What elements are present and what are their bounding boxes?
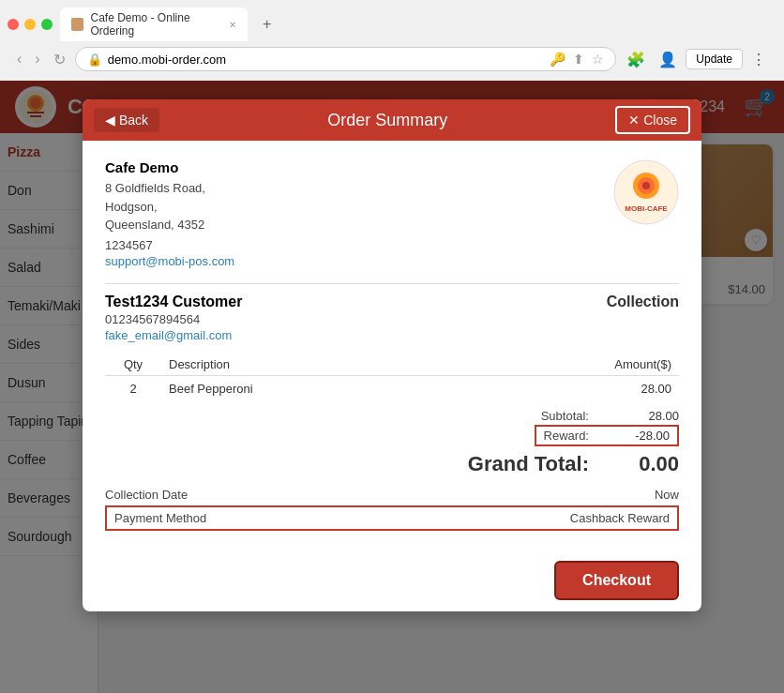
payment-method-label: Payment Method [114, 511, 206, 525]
checkout-button[interactable]: Checkout [554, 561, 679, 600]
traffic-lights [8, 19, 53, 30]
back-nav-button[interactable]: ‹ [13, 49, 25, 69]
payment-method-row: Payment Method Cashback Reward [105, 505, 679, 531]
url-input[interactable] [108, 53, 545, 67]
browser-actions: 🧩 👤 Update ⋮ [622, 48, 771, 71]
grand-total-label: Grand Total: [468, 452, 604, 476]
svg-point-8 [642, 182, 650, 189]
traffic-light-yellow[interactable] [24, 19, 36, 30]
totals-section: Subtotal: 28.00 Reward: -28.00 Grand Tot… [105, 409, 679, 476]
browser-chrome: Cafe Demo - Online Ordering ✕ + ‹ › ↻ 🔒 … [0, 0, 784, 81]
collection-date-row: Collection Date Now [105, 488, 679, 502]
reload-button[interactable]: ↻ [50, 49, 69, 70]
update-button[interactable]: Update [686, 49, 743, 69]
subtotal-label: Subtotal: [529, 409, 604, 423]
order-summary-modal: ◀ Back Order Summary ✕ Close Cafe Demo 8… [83, 99, 701, 611]
share-icon: ⬆ [573, 52, 584, 67]
tab-favicon [71, 18, 83, 31]
traffic-light-green[interactable] [41, 19, 53, 30]
new-tab-button[interactable]: + [255, 12, 279, 37]
app-container: Ca 1234 🛒 2 Pizza Don Sashimi Salad Tema… [0, 81, 784, 693]
checkout-section: Checkout [83, 550, 701, 611]
business-info-section: Cafe Demo 8 Goldfields Road, Hodgson, Qu… [105, 159, 679, 268]
modal-header: ◀ Back Order Summary ✕ Close [83, 99, 701, 141]
business-address-line1: 8 Goldfields Road, [105, 179, 234, 198]
order-qty: 2 [105, 375, 161, 401]
user-profile-button[interactable]: 👤 [654, 48, 682, 71]
lock-icon: 🔒 [87, 53, 102, 67]
modal-title: Order Summary [327, 111, 447, 130]
business-details: Cafe Demo 8 Goldfields Road, Hodgson, Qu… [105, 159, 234, 268]
payment-method-value: Cashback Reward [570, 511, 670, 525]
back-label: Back [119, 113, 148, 128]
order-table: Qty Description Amount($) 2 Beef Peppero… [105, 354, 679, 401]
customer-section: Test1234 Customer 01234567894564 fake_em… [105, 294, 679, 342]
tab-title: Cafe Demo - Online Ordering [91, 11, 221, 38]
subtotal-value: 28.00 [604, 409, 679, 423]
reward-row: Reward: -28.00 [535, 425, 679, 446]
browser-tab[interactable]: Cafe Demo - Online Ordering ✕ [60, 8, 248, 41]
menu-button[interactable]: ⋮ [746, 48, 771, 71]
order-description: Beef Pepperoni [161, 375, 461, 401]
close-label: Close [643, 113, 677, 128]
business-address-line2: Hodgson, [105, 198, 234, 217]
subtotal-row: Subtotal: 28.00 [105, 409, 679, 423]
divider-1 [105, 283, 679, 284]
grand-total-row: Grand Total: 0.00 [105, 452, 679, 476]
browser-titlebar: Cafe Demo - Online Ordering ✕ + [8, 8, 776, 41]
key-icon: 🔑 [550, 52, 565, 67]
browser-navbar: ‹ › ↻ 🔒 🔑 ⬆ ☆ 🧩 👤 Update ⋮ [8, 47, 776, 77]
address-bar[interactable]: 🔒 🔑 ⬆ ☆ [75, 47, 617, 71]
business-phone: 1234567 [105, 238, 234, 252]
col-header-qty: Qty [105, 354, 161, 376]
modal-body: Cafe Demo 8 Goldfields Road, Hodgson, Qu… [83, 141, 701, 550]
grand-total-value: 0.00 [604, 452, 679, 476]
reward-value: -28.00 [604, 429, 670, 443]
collection-date-value: Now [655, 488, 679, 502]
table-row: 2 Beef Pepperoni 28.00 [105, 375, 679, 401]
order-type: Collection [607, 294, 679, 342]
col-header-amount: Amount($) [461, 354, 679, 376]
order-amount: 28.00 [461, 375, 679, 401]
address-bar-icons: 🔑 ⬆ ☆ [550, 52, 604, 67]
collection-date-label: Collection Date [105, 488, 188, 502]
extensions-button[interactable]: 🧩 [622, 48, 650, 71]
customer-email: fake_email@gmail.com [105, 328, 242, 342]
svg-text:MOBI-CAFE: MOBI-CAFE [625, 204, 668, 213]
chevron-left-icon: ◀ [105, 113, 115, 128]
business-email: support@mobi-pos.com [105, 254, 234, 268]
business-logo: MOBI-CAFE [613, 159, 679, 225]
tab-close-button[interactable]: ✕ [229, 20, 236, 30]
bookmark-icon: ☆ [592, 52, 604, 67]
customer-name: Test1234 Customer [105, 294, 242, 310]
x-icon: ✕ [628, 113, 640, 128]
forward-nav-button[interactable]: › [31, 49, 43, 69]
customer-details: Test1234 Customer 01234567894564 fake_em… [105, 294, 242, 342]
business-address-line3: Queensland, 4352 [105, 216, 234, 234]
modal-overlay: ◀ Back Order Summary ✕ Close Cafe Demo 8… [0, 81, 784, 693]
business-name: Cafe Demo [105, 159, 234, 175]
back-button[interactable]: ◀ Back [94, 108, 159, 132]
reward-label: Reward: [544, 429, 604, 443]
close-button[interactable]: ✕ Close [615, 106, 690, 134]
col-header-description: Description [161, 354, 461, 376]
traffic-light-red[interactable] [8, 19, 19, 30]
collection-section: Collection Date Now Payment Method Cashb… [105, 488, 679, 531]
customer-phone: 01234567894564 [105, 312, 242, 326]
